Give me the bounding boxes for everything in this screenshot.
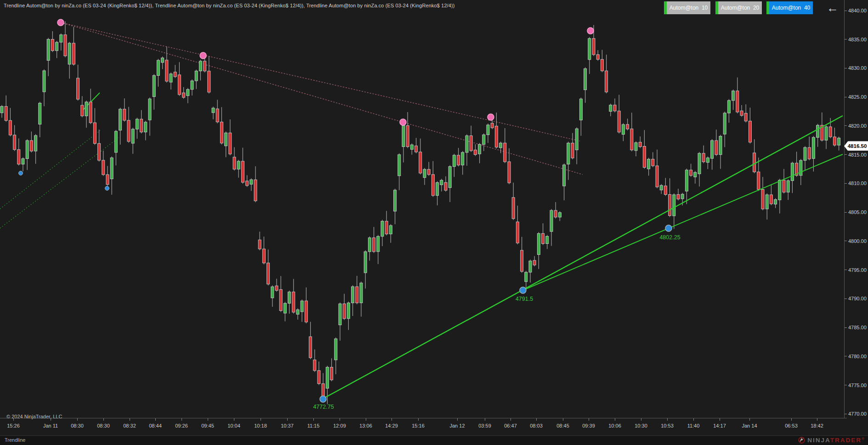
down-candle — [664, 186, 667, 195]
candle-wick — [82, 96, 82, 105]
candle-wick — [686, 191, 687, 204]
up-candle — [43, 71, 45, 92]
up-candle — [681, 194, 684, 199]
candle-wick — [285, 313, 285, 321]
tab-trendline[interactable]: Trendline — [5, 437, 25, 443]
back-arrow-icon[interactable]: ← — [825, 1, 840, 15]
candle-wick — [746, 104, 746, 113]
down-candle — [241, 161, 244, 182]
candle-wick — [741, 105, 742, 111]
chart-plot-area[interactable]: 4772.754791.54802.25 — [0, 0, 844, 418]
up-candle — [774, 200, 777, 204]
pink-swing-high-dot[interactable] — [57, 19, 64, 26]
price-axis-label: 4780.00 — [848, 354, 867, 359]
candle-wick — [357, 276, 357, 287]
candle-wick — [192, 89, 192, 96]
automaton-20-button[interactable]: Autom@ton 20 — [718, 1, 762, 14]
blue-anchor-dot[interactable] — [105, 186, 109, 191]
candle-wick — [217, 100, 218, 109]
candle-wick — [112, 179, 112, 195]
up-candle — [825, 127, 828, 140]
candle-wick — [196, 80, 197, 89]
up-candle — [114, 131, 117, 152]
candle-wick — [445, 176, 446, 182]
price-tick — [845, 356, 847, 356]
time-axis-label: 14:17 — [713, 423, 726, 428]
copyright-text: © 2024 NinjaTrader, LLC — [6, 414, 62, 419]
time-axis[interactable]: 15:26Jan 1108:3008:3008:3208:4409:2609:4… — [0, 418, 868, 435]
down-candle — [64, 35, 67, 56]
down-candle — [279, 289, 282, 310]
time-axis-label: 18:42 — [811, 423, 823, 428]
candle-wick — [652, 152, 653, 159]
time-axis-label: Jan 12 — [449, 423, 465, 428]
time-tick — [366, 418, 366, 421]
up-candle — [153, 75, 155, 96]
price-annotation: 4791.5 — [516, 296, 533, 302]
automaton-10-button[interactable]: Autom@ton 10 — [667, 1, 710, 14]
down-candle — [829, 127, 832, 137]
green-trendline[interactable] — [523, 154, 843, 290]
candle-wick — [158, 75, 159, 86]
down-candle — [554, 210, 557, 217]
price-tick — [845, 154, 847, 155]
time-axis-label: 10:53 — [661, 423, 674, 428]
candle-wick — [412, 149, 412, 155]
candle-wick — [657, 150, 657, 166]
candle-wick — [247, 175, 247, 181]
down-candle — [275, 286, 278, 290]
up-candle — [402, 125, 405, 146]
down-candle — [233, 157, 236, 169]
down-candle — [533, 260, 536, 265]
down-candle — [254, 180, 257, 201]
up-candle — [499, 143, 502, 147]
chart-title: Trendline Autom@ton by ninZa.co (ES 03-2… — [4, 3, 455, 8]
down-candle — [753, 153, 756, 172]
time-axis-label: 08:03 — [530, 423, 543, 428]
up-candle — [381, 221, 384, 237]
up-candle — [635, 143, 637, 151]
candle-wick — [95, 108, 95, 123]
candle-wick — [238, 169, 239, 178]
candle-wick — [255, 166, 255, 180]
candle-wick — [348, 318, 349, 330]
down-candle — [783, 180, 785, 192]
price-axis-label: 4815.00 — [848, 152, 867, 158]
down-candle — [601, 59, 603, 71]
automaton-40-button[interactable]: Autom@ton 40 — [769, 1, 813, 14]
pink-swing-high-dot[interactable] — [488, 114, 494, 120]
candle-wick — [166, 47, 167, 60]
green-trendline[interactable] — [323, 116, 843, 399]
down-candle — [521, 250, 523, 271]
candle-wick — [35, 151, 36, 164]
up-candle — [326, 367, 329, 389]
up-candle — [56, 42, 58, 51]
down-candle — [140, 119, 143, 132]
blue-swing-low-dot[interactable] — [320, 396, 326, 402]
down-candle — [305, 301, 307, 322]
down-candle — [81, 105, 84, 116]
candle-wick — [631, 113, 632, 129]
blue-swing-low-dot[interactable] — [665, 225, 672, 231]
up-candle — [579, 99, 582, 120]
candle-wick — [416, 138, 416, 146]
blue-swing-low-dot[interactable] — [520, 287, 526, 293]
candle-wick — [175, 65, 176, 72]
candle-wick — [23, 164, 23, 172]
up-candle — [791, 163, 794, 180]
up-candle — [647, 159, 650, 169]
up-candle — [537, 233, 540, 254]
pink-swing-high-dot[interactable] — [200, 52, 206, 59]
pink-swing-high-dot[interactable] — [400, 119, 406, 125]
price-axis[interactable]: 4840.004835.004830.004825.004820.004815.… — [844, 0, 868, 418]
down-candle — [427, 169, 430, 175]
time-tick — [77, 418, 78, 421]
time-axis-label: 08:30 — [97, 423, 110, 428]
blue-anchor-dot[interactable] — [19, 171, 23, 175]
up-candle — [85, 102, 88, 116]
pink-swing-high-dot[interactable] — [587, 28, 594, 34]
down-candle — [309, 337, 312, 358]
up-candle — [817, 125, 819, 137]
candle-wick — [99, 130, 99, 143]
candle-wick — [386, 211, 387, 221]
